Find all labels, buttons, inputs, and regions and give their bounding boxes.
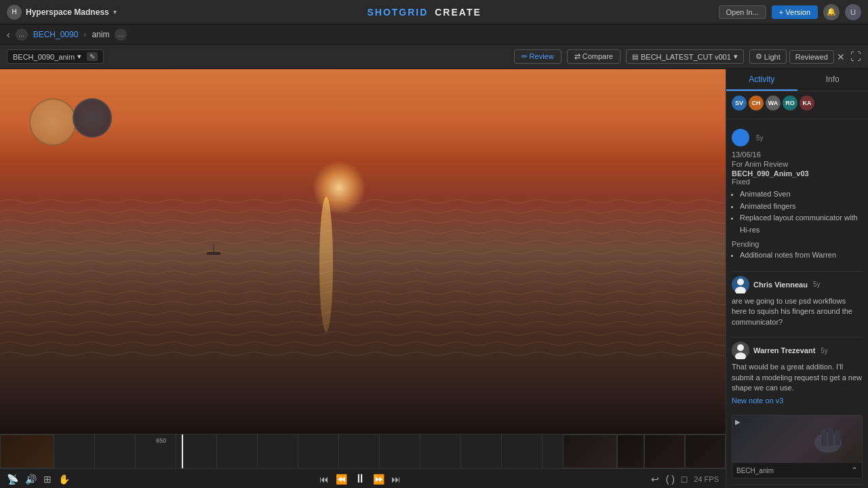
shot-selector[interactable]: BECH_0090_anim ▾ ✎ bbox=[7, 49, 104, 64]
boat-silhouette bbox=[203, 244, 224, 258]
thumb-title: BECH_anim bbox=[736, 467, 774, 474]
sven-date: 13/06/16 bbox=[732, 150, 863, 159]
breadcrumb-separator: › bbox=[83, 30, 86, 39]
viewer-area: 650 📡 🔊 ⊞ ✋ ⏮ ⏪ ⏸ ⏩ bbox=[0, 69, 726, 488]
film-thumb-right-2[interactable] bbox=[617, 434, 644, 468]
skip-start-button[interactable]: ⏮ bbox=[319, 474, 329, 485]
rocks bbox=[472, 178, 726, 324]
thumb-play-icon[interactable]: ▶ bbox=[735, 418, 741, 426]
play-pause-button[interactable]: ⏸ bbox=[354, 472, 366, 486]
next-frame-button[interactable]: ⏩ bbox=[373, 474, 384, 485]
timeline-track[interactable]: 650 bbox=[54, 434, 563, 468]
breadcrumb-project[interactable]: BECH_0090 bbox=[33, 30, 79, 39]
app-avatar: H bbox=[7, 5, 22, 20]
sven-time: 5y bbox=[756, 134, 764, 142]
pending-item-1: Additional notes from Warren bbox=[740, 249, 863, 262]
film-thumb-right-1[interactable] bbox=[563, 434, 617, 468]
pending-label: Pending bbox=[732, 240, 863, 248]
toolbar: BECH_0090_anim ▾ ✎ ✏ Review ⇄ Compare ▤ … bbox=[0, 45, 868, 69]
svg-point-4 bbox=[737, 279, 744, 285]
lens-circle-2 bbox=[73, 98, 112, 138]
warren-text: That would be a great addition. I'll sub… bbox=[732, 362, 863, 393]
panel-divider bbox=[726, 119, 868, 119]
thumbnail-card[interactable]: ▶ BECH_anim ⌃ bbox=[732, 415, 863, 479]
panel-avatar-3: WA bbox=[766, 96, 781, 110]
svg-point-7 bbox=[735, 352, 746, 359]
lens-circle-1 bbox=[29, 98, 77, 146]
ocean-scene bbox=[0, 69, 726, 434]
skip-end-button[interactable]: ⏭ bbox=[391, 474, 401, 485]
fixed-item-3: Replaced layout communicator with Hi-res bbox=[740, 212, 863, 236]
reviewed-filter-button[interactable]: Reviewed bbox=[789, 50, 834, 64]
chris-time: 5y bbox=[813, 281, 821, 288]
activity-entry-warren: Warren Trezevant 5y That would be a grea… bbox=[732, 342, 863, 405]
fps-display: 24 FPS bbox=[694, 475, 719, 483]
notifications-icon[interactable]: 🔔 bbox=[823, 4, 840, 20]
volume-icon[interactable]: 🔊 bbox=[25, 474, 37, 485]
chris-avatar bbox=[732, 276, 749, 293]
hand-icon[interactable]: ✋ bbox=[58, 474, 70, 485]
user-avatar-icon[interactable]: U bbox=[845, 4, 861, 20]
warren-new-note-link[interactable]: New note on v3 bbox=[732, 396, 783, 405]
tab-activity[interactable]: Activity bbox=[726, 69, 797, 91]
warren-avatar bbox=[732, 342, 749, 359]
frame-view-button[interactable]: ( ) bbox=[666, 474, 675, 485]
film-thumb-1[interactable] bbox=[0, 434, 54, 468]
fullscreen-button[interactable]: ⛶ bbox=[850, 51, 861, 63]
filter-close-button[interactable]: ✕ bbox=[837, 52, 845, 62]
app-dropdown-icon[interactable]: ▾ bbox=[113, 8, 117, 16]
version-button[interactable]: + Version bbox=[772, 5, 818, 19]
transport-bar: 📡 🔊 ⊞ ✋ ⏮ ⏪ ⏸ ⏩ ⏭ ↩ ( ) □ 24 FPS bbox=[0, 468, 726, 488]
top-bar: H Hyperspace Madness ▾ SHOTGRID CREATE O… bbox=[0, 0, 868, 24]
tab-info[interactable]: Info bbox=[797, 69, 869, 91]
warren-header: Warren Trezevant 5y bbox=[732, 342, 863, 359]
filmstrip-area: 650 📡 🔊 ⊞ ✋ ⏮ ⏪ ⏸ ⏩ bbox=[0, 434, 726, 488]
activity-scroll[interactable]: 5y 13/06/16 For Anim Review BECH_090_Ani… bbox=[726, 123, 868, 488]
rss-icon[interactable]: 📡 bbox=[7, 474, 18, 485]
breadcrumb-current: anim bbox=[92, 30, 109, 39]
fixed-item-2: Animated fingers bbox=[740, 201, 863, 213]
loop-button[interactable]: ↩ bbox=[651, 474, 659, 485]
main-content: 650 📡 🔊 ⊞ ✋ ⏮ ⏪ ⏸ ⏩ bbox=[0, 69, 868, 488]
compare-button[interactable]: ⇄ Compare bbox=[567, 49, 620, 64]
review-button[interactable]: ✏ Review bbox=[514, 49, 561, 64]
sven-avatar bbox=[732, 129, 749, 146]
thumb-nav-prev[interactable]: ⌃ bbox=[851, 466, 858, 475]
grid-icon[interactable]: ⊞ bbox=[43, 474, 52, 485]
panel-avatar-2: CH bbox=[749, 96, 764, 110]
light-filter-button[interactable]: ⚙ Light bbox=[749, 49, 787, 64]
app-logo: H Hyperspace Madness ▾ bbox=[7, 5, 117, 20]
activity-divider-2 bbox=[732, 337, 863, 338]
warren-name: Warren Trezevant bbox=[753, 346, 815, 354]
chris-name: Chris Vienneau bbox=[753, 281, 808, 289]
chris-text: are we going to use psd workflows here t… bbox=[732, 296, 863, 327]
open-in-button[interactable]: Open In... bbox=[719, 5, 766, 19]
app-name: Hyperspace Madness bbox=[26, 7, 109, 17]
breadcrumb-more-button[interactable]: ... bbox=[16, 28, 28, 41]
cut-selector[interactable]: ▤ BECH_LATEST_CUT v001 ▾ bbox=[626, 49, 744, 64]
back-button[interactable]: ‹ bbox=[7, 29, 10, 40]
aspect-button[interactable]: □ bbox=[682, 474, 687, 485]
breadcrumb-bar: ‹ ... BECH_0090 › anim … bbox=[0, 24, 868, 45]
svg-rect-10 bbox=[828, 428, 833, 446]
fixed-item-1: Animated Sven bbox=[740, 188, 863, 201]
panel-tabs: Activity Info bbox=[726, 69, 868, 92]
breadcrumb-options-button[interactable]: … bbox=[115, 28, 127, 41]
svg-point-5 bbox=[735, 287, 746, 293]
sven-status: Fixed bbox=[732, 178, 863, 186]
thumb-image: ▶ bbox=[732, 415, 862, 463]
sven-fixed-list: Animated Sven Animated fingers Replaced … bbox=[740, 188, 863, 236]
filter-group: ⚙ Light Reviewed ✕ bbox=[749, 49, 845, 64]
svg-rect-11 bbox=[835, 430, 840, 445]
activity-entry-sven: 5y 13/06/16 For Anim Review BECH_090_Ani… bbox=[732, 129, 863, 262]
panel-avatar-1: SV bbox=[732, 96, 747, 110]
sven-pending-list: Additional notes from Warren bbox=[740, 249, 863, 262]
video-container[interactable] bbox=[0, 69, 726, 434]
film-thumb-right-4[interactable] bbox=[685, 434, 726, 468]
playhead[interactable] bbox=[182, 434, 183, 468]
warren-time: 5y bbox=[821, 347, 828, 354]
film-thumb-right-3[interactable] bbox=[644, 434, 685, 468]
activity-entry-chris: Chris Vienneau 5y are we going to use ps… bbox=[732, 276, 863, 327]
activity-divider-3 bbox=[732, 484, 863, 485]
prev-frame-button[interactable]: ⏪ bbox=[336, 474, 347, 485]
